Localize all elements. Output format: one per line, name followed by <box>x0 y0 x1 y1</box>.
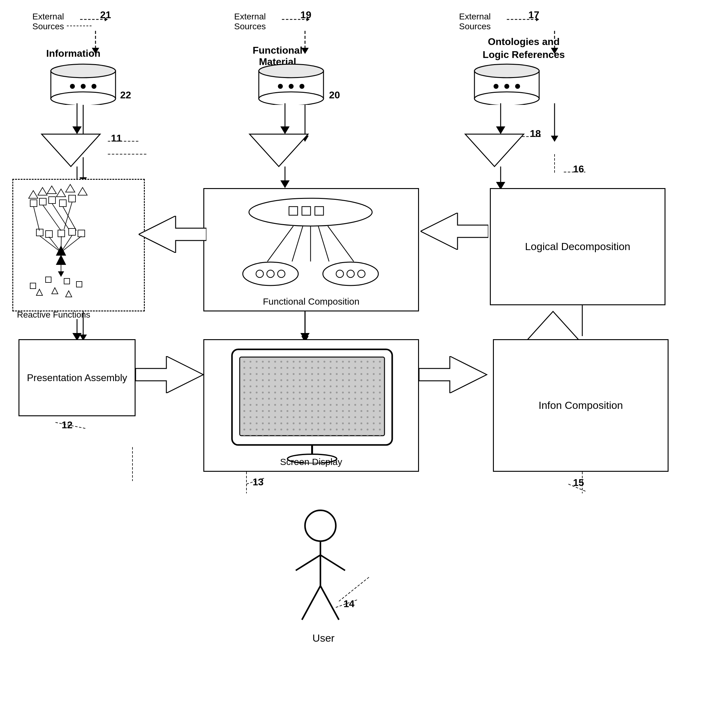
svg-marker-35 <box>72 127 82 134</box>
svg-rect-49 <box>59 200 66 206</box>
svg-line-65 <box>61 236 81 252</box>
logical-decomposition-label: Logical Decomposition <box>525 239 630 254</box>
db-cylinder-20 <box>256 60 326 106</box>
svg-marker-41 <box>38 188 47 195</box>
svg-marker-89 <box>281 127 290 134</box>
infon-composition-box: Infon Composition <box>493 339 668 472</box>
svg-marker-90 <box>250 134 308 167</box>
funnel-11 <box>40 133 102 170</box>
svg-marker-42 <box>47 186 56 194</box>
svg-point-128 <box>494 84 499 89</box>
svg-point-141 <box>305 510 336 541</box>
svg-point-85 <box>278 84 283 89</box>
svg-point-29 <box>51 92 116 105</box>
ontologies-label: Ontologies andLogic References <box>459 35 589 61</box>
svg-marker-122 <box>419 356 487 393</box>
svg-point-31 <box>70 84 75 89</box>
svg-rect-56 <box>37 229 43 236</box>
db-cylinder-22 <box>48 60 119 106</box>
svg-rect-73 <box>76 281 82 287</box>
svg-line-145 <box>302 586 320 620</box>
svg-point-127 <box>474 64 539 78</box>
svg-point-86 <box>289 84 294 89</box>
svg-rect-59 <box>69 228 75 235</box>
svg-marker-44 <box>66 184 75 192</box>
ref-22: 22 <box>120 89 131 101</box>
arrow-funnel10-down <box>276 167 294 191</box>
screen-display-label: Screen Display <box>204 457 418 467</box>
ref12-dashed <box>55 416 92 428</box>
external-sources-21-label: ExternalSources <box>32 12 92 31</box>
arrow-left-to-reactive <box>139 216 206 253</box>
reactive-functions-box <box>12 179 145 311</box>
svg-point-32 <box>81 84 85 89</box>
arrow-left-ld-to-fc <box>421 213 488 250</box>
svg-rect-118 <box>240 357 384 436</box>
svg-point-84 <box>259 64 323 78</box>
svg-marker-75 <box>52 288 58 294</box>
ref-16: 16 <box>573 164 584 175</box>
svg-line-99 <box>292 226 303 262</box>
ref-15: 15 <box>573 477 584 488</box>
ref-12: 12 <box>62 419 73 431</box>
svg-rect-71 <box>30 283 36 289</box>
svg-line-98 <box>267 226 293 262</box>
svg-point-87 <box>299 84 304 89</box>
svg-point-104 <box>256 270 264 277</box>
svg-line-55 <box>64 202 72 229</box>
logical-decomposition-box: Logical Decomposition <box>490 188 665 305</box>
functional-composition-illustration <box>206 191 415 308</box>
svg-line-52 <box>43 205 61 231</box>
external-sources-17-label: ExternalSources <box>459 12 491 31</box>
svg-marker-133 <box>465 134 524 167</box>
svg-point-83 <box>259 92 323 105</box>
svg-marker-132 <box>496 127 505 134</box>
svg-rect-48 <box>49 197 55 203</box>
svg-marker-76 <box>66 291 72 297</box>
diagram-container: ExternalSources 21 Information 22 <box>0 0 720 728</box>
svg-point-108 <box>336 270 343 277</box>
funnel-10 <box>248 133 310 170</box>
svg-rect-95 <box>289 206 297 215</box>
svg-line-51 <box>34 206 40 231</box>
ref-19: 19 <box>301 9 311 21</box>
arrow-db18-down <box>491 103 510 139</box>
svg-marker-114 <box>136 356 203 393</box>
ref-20: 20 <box>329 89 340 101</box>
svg-rect-58 <box>58 230 65 237</box>
svg-marker-8 <box>301 136 309 142</box>
svg-point-105 <box>267 270 274 277</box>
svg-rect-96 <box>302 206 311 215</box>
reactive-functions-graph <box>15 181 141 308</box>
svg-point-30 <box>51 64 116 78</box>
svg-line-146 <box>320 586 339 620</box>
svg-line-102 <box>328 226 354 262</box>
information-label: Information <box>46 48 101 59</box>
svg-marker-43 <box>56 189 66 197</box>
arrow-right-sd-to-infon <box>419 356 490 393</box>
presentation-assembly-label: Presentation Assembly <box>27 371 127 385</box>
ref-11: 11 <box>111 133 122 144</box>
svg-line-144 <box>320 555 345 570</box>
svg-rect-70 <box>46 277 51 283</box>
svg-point-33 <box>92 84 96 89</box>
svg-marker-67 <box>56 255 66 265</box>
svg-point-107 <box>323 262 378 286</box>
svg-rect-57 <box>46 231 52 237</box>
db-cylinder-18 <box>471 60 542 106</box>
external-sources-19-label: ExternalSources <box>234 12 266 31</box>
svg-point-129 <box>504 84 509 89</box>
functional-composition-label: Functional Composition <box>204 296 418 307</box>
screen-display-box: Screen Display <box>203 339 419 472</box>
reactive-functions-label: Reactive Functions <box>17 310 90 320</box>
svg-rect-50 <box>69 195 75 202</box>
svg-point-126 <box>474 92 539 105</box>
svg-marker-36 <box>41 134 100 167</box>
svg-marker-74 <box>37 289 43 295</box>
svg-marker-3 <box>79 136 87 142</box>
user-label: User <box>293 632 354 644</box>
svg-marker-40 <box>29 191 38 198</box>
svg-rect-46 <box>30 200 37 206</box>
svg-rect-47 <box>40 198 46 205</box>
ref-18: 18 <box>530 128 541 139</box>
